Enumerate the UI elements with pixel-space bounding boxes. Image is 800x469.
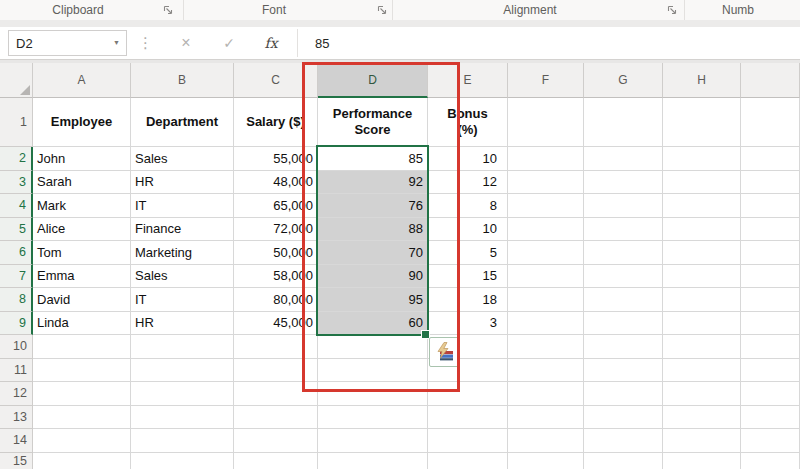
cell-E7[interactable]: 15 (428, 265, 508, 289)
column-header-G[interactable]: G (584, 63, 663, 98)
alignment-dialog-launcher-icon[interactable] (667, 5, 678, 16)
cell-H5[interactable] (663, 218, 741, 242)
cell-D5[interactable]: 88 (318, 218, 428, 242)
select-all-button[interactable] (0, 63, 33, 98)
cell-I10[interactable] (741, 335, 800, 359)
cell-B9[interactable]: HR (131, 312, 234, 336)
cell-H14[interactable] (663, 429, 741, 453)
cell-B15[interactable] (131, 453, 234, 469)
quick-analysis-button[interactable] (429, 337, 460, 367)
cell-B14[interactable] (131, 429, 234, 453)
cell-D6[interactable]: 70 (318, 241, 428, 265)
cell-I9[interactable] (741, 312, 800, 336)
cell-A9[interactable]: Linda (33, 312, 131, 336)
cell-C9[interactable]: 45,000 (234, 312, 318, 336)
cell-B5[interactable]: Finance (131, 218, 234, 242)
cell-A3[interactable]: Sarah (33, 171, 131, 195)
row-header-10[interactable]: 10 (0, 335, 33, 359)
row-header-4[interactable]: 4 (0, 194, 33, 218)
cell-C13[interactable] (234, 406, 318, 430)
cell-G9[interactable] (584, 312, 663, 336)
cell-C14[interactable] (234, 429, 318, 453)
cell-G2[interactable] (584, 147, 663, 171)
row-header-15[interactable]: 15 (0, 453, 33, 469)
cell-C8[interactable]: 80,000 (234, 288, 318, 312)
cell-A6[interactable]: Tom (33, 241, 131, 265)
cell-A5[interactable]: Alice (33, 218, 131, 242)
cell-A7[interactable]: Emma (33, 265, 131, 289)
cell-G3[interactable] (584, 171, 663, 195)
row-header-7[interactable]: 7 (0, 265, 33, 289)
cell-E13[interactable] (428, 406, 508, 430)
row-header-6[interactable]: 6 (0, 241, 33, 265)
cell-E14[interactable] (428, 429, 508, 453)
cell-G15[interactable] (584, 453, 663, 469)
cell-F13[interactable] (508, 406, 584, 430)
row-header-9[interactable]: 9 (0, 312, 33, 336)
cell-G6[interactable] (584, 241, 663, 265)
cell-A11[interactable] (33, 359, 131, 383)
cell-E4[interactable]: 8 (428, 194, 508, 218)
cell-D8[interactable]: 95 (318, 288, 428, 312)
enter-icon[interactable]: ✓ (217, 30, 241, 56)
cell-H9[interactable] (663, 312, 741, 336)
cell-I8[interactable] (741, 288, 800, 312)
cell-A12[interactable] (33, 382, 131, 406)
row-header-1[interactable]: 1 (0, 98, 33, 147)
cell-I7[interactable] (741, 265, 800, 289)
formula-bar-splitter-icon[interactable]: ⋮ (138, 31, 153, 55)
cell-F1[interactable] (508, 98, 584, 147)
cell-G7[interactable] (584, 265, 663, 289)
cell-B6[interactable]: Marketing (131, 241, 234, 265)
cell-G13[interactable] (584, 406, 663, 430)
cell-I1[interactable] (741, 98, 800, 147)
cell-H1[interactable] (663, 98, 741, 147)
cell-F11[interactable] (508, 359, 584, 383)
cell-I3[interactable] (741, 171, 800, 195)
row-header-5[interactable]: 5 (0, 218, 33, 242)
cell-D3[interactable]: 92 (318, 171, 428, 195)
cell-G8[interactable] (584, 288, 663, 312)
row-header-2[interactable]: 2 (0, 147, 33, 171)
cell-D11[interactable] (318, 359, 428, 383)
column-header-H[interactable]: H (663, 63, 741, 98)
cell-F2[interactable] (508, 147, 584, 171)
cell-C12[interactable] (234, 382, 318, 406)
cell-C6[interactable]: 50,000 (234, 241, 318, 265)
cell-F8[interactable] (508, 288, 584, 312)
row-header-12[interactable]: 12 (0, 382, 33, 406)
cell-H12[interactable] (663, 382, 741, 406)
cell-B8[interactable]: IT (131, 288, 234, 312)
cell-E8[interactable]: 18 (428, 288, 508, 312)
cell-H11[interactable] (663, 359, 741, 383)
cell-I11[interactable] (741, 359, 800, 383)
cell-C3[interactable]: 48,000 (234, 171, 318, 195)
cell-B4[interactable]: IT (131, 194, 234, 218)
cell-E6[interactable]: 5 (428, 241, 508, 265)
cell-F10[interactable] (508, 335, 584, 359)
cell-E1[interactable]: Bonus (%) (428, 98, 508, 147)
cell-I14[interactable] (741, 429, 800, 453)
cell-I4[interactable] (741, 194, 800, 218)
cell-B2[interactable]: Sales (131, 147, 234, 171)
cell-G11[interactable] (584, 359, 663, 383)
cell-D2[interactable]: 85 (318, 147, 428, 171)
cell-A4[interactable]: Mark (33, 194, 131, 218)
name-box[interactable]: D2 ▼ (8, 30, 127, 56)
cell-H7[interactable] (663, 265, 741, 289)
cell-G4[interactable] (584, 194, 663, 218)
cell-D14[interactable] (318, 429, 428, 453)
row-header-14[interactable]: 14 (0, 429, 33, 453)
cell-E12[interactable] (428, 382, 508, 406)
cell-C10[interactable] (234, 335, 318, 359)
column-header-F[interactable]: F (508, 63, 584, 98)
cell-A14[interactable] (33, 429, 131, 453)
row-header-3[interactable]: 3 (0, 171, 33, 195)
cell-H13[interactable] (663, 406, 741, 430)
cell-D13[interactable] (318, 406, 428, 430)
column-header-A[interactable]: A (33, 63, 131, 98)
cell-H3[interactable] (663, 171, 741, 195)
cell-C1[interactable]: Salary ($) (234, 98, 318, 147)
cell-E9[interactable]: 3 (428, 312, 508, 336)
cell-D9[interactable]: 60 (318, 312, 428, 336)
